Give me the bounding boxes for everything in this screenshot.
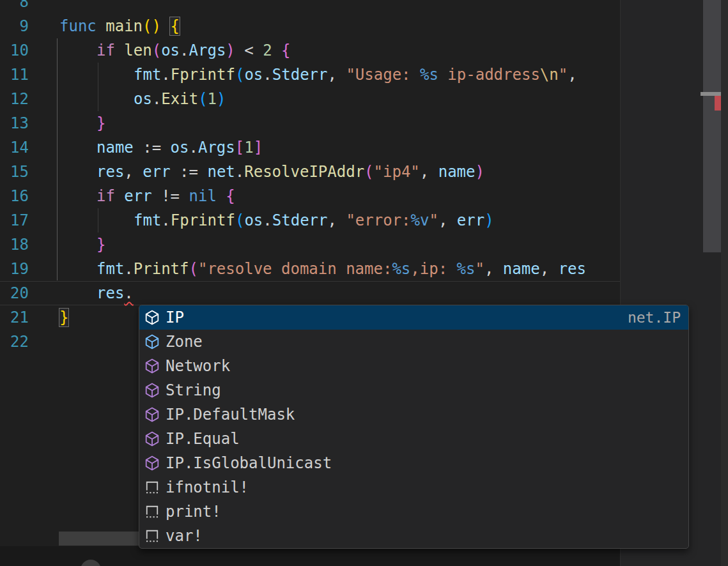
suggestion-label: IP.IsGlobalUnicast bbox=[166, 454, 332, 472]
code-text: if err != nil { bbox=[29, 184, 235, 208]
code-text: os.Exit(1) bbox=[29, 87, 226, 111]
code-text: res. bbox=[29, 281, 134, 305]
line-number: 12 bbox=[0, 87, 29, 111]
code-text: fmt.Fprintf(os.Stderr, "Usage: %s ip-add… bbox=[29, 63, 577, 87]
suggestion-label: var! bbox=[166, 527, 203, 545]
suggestion-item[interactable]: ifnotnil! bbox=[139, 475, 688, 500]
suggestion-item[interactable]: IPnet.IP bbox=[139, 305, 688, 330]
suggestion-item[interactable]: print! bbox=[139, 500, 688, 524]
code-line[interactable]: 10if len(os.Args) < 2 { bbox=[0, 38, 620, 63]
line-number: 9 bbox=[0, 14, 29, 38]
code-text bbox=[29, 0, 59, 14]
code-text: } bbox=[29, 111, 105, 135]
code-text: if len(os.Args) < 2 { bbox=[29, 38, 291, 63]
line-number: 22 bbox=[0, 330, 29, 354]
line-number: 8 bbox=[0, 0, 29, 14]
suggestion-label: String bbox=[166, 381, 221, 399]
suggestion-item[interactable]: String bbox=[139, 378, 688, 402]
symbol-method-icon bbox=[144, 407, 160, 422]
code-text bbox=[29, 330, 59, 354]
code-line[interactable]: 9func main() { bbox=[0, 14, 620, 38]
horizontal-scrollbar-thumb[interactable] bbox=[59, 532, 139, 546]
line-number: 16 bbox=[0, 184, 29, 208]
line-number: 11 bbox=[0, 63, 29, 87]
line-number: 20 bbox=[0, 281, 29, 305]
bottom-panel-strip bbox=[0, 546, 728, 566]
suggestion-label: IP.DefaultMask bbox=[166, 406, 295, 424]
indent-guide bbox=[98, 208, 98, 233]
line-number: 19 bbox=[0, 257, 29, 281]
overview-ruler bbox=[721, 0, 728, 566]
symbol-method-icon bbox=[144, 383, 160, 398]
code-line[interactable]: 20res. bbox=[0, 281, 620, 305]
symbol-method-icon bbox=[144, 358, 160, 374]
code-line[interactable]: 13} bbox=[0, 111, 620, 135]
code-line[interactable]: 16if err != nil { bbox=[0, 184, 620, 208]
line-number: 21 bbox=[0, 305, 29, 330]
suggestion-item[interactable]: IP.Equal bbox=[139, 427, 688, 451]
code-lines: 89func main() {10if len(os.Args) < 2 {11… bbox=[0, 0, 620, 354]
suggestion-item[interactable]: Network bbox=[139, 354, 688, 378]
symbol-field-icon bbox=[144, 334, 160, 349]
code-line[interactable]: 18} bbox=[0, 233, 620, 257]
suggestion-label: Network bbox=[166, 357, 230, 375]
suggestion-label: ifnotnil! bbox=[166, 478, 249, 496]
code-line[interactable]: 17fmt.Fprintf(os.Stderr, "error:%v", err… bbox=[0, 208, 620, 233]
symbol-snippet-icon bbox=[144, 504, 160, 519]
symbol-method-icon bbox=[144, 431, 160, 447]
line-number: 15 bbox=[0, 160, 29, 184]
line-number: 18 bbox=[0, 233, 29, 257]
symbol-method-icon bbox=[144, 455, 160, 471]
symbol-snippet-icon bbox=[144, 528, 160, 544]
line-number: 14 bbox=[0, 135, 29, 160]
vscode-editor-window: 89func main() {10if len(os.Args) < 2 {11… bbox=[0, 0, 728, 566]
code-line[interactable]: 19fmt.Printf("resolve domain name:%s,ip:… bbox=[0, 257, 620, 281]
suggestion-label: IP.Equal bbox=[166, 430, 240, 448]
code-line[interactable]: 14name := os.Args[1] bbox=[0, 135, 620, 160]
suggestion-item[interactable]: var! bbox=[139, 524, 688, 548]
suggestion-label: IP bbox=[166, 309, 184, 326]
indent-guide-active bbox=[57, 38, 58, 280]
line-number: 17 bbox=[0, 208, 29, 233]
code-text: } bbox=[29, 233, 105, 257]
code-text: res, err := net.ResolveIPAddr("ip4", nam… bbox=[29, 160, 484, 184]
suggestion-item[interactable]: Zone bbox=[139, 330, 688, 354]
suggestion-item[interactable]: IP.DefaultMask bbox=[139, 402, 688, 427]
suggestion-detail: net.IP bbox=[628, 309, 681, 326]
code-line[interactable]: 11fmt.Fprintf(os.Stderr, "Usage: %s ip-a… bbox=[0, 63, 620, 87]
autocomplete-dropdown: IPnet.IPZoneNetworkStringIP.DefaultMaskI… bbox=[139, 305, 689, 549]
symbol-field-icon bbox=[144, 310, 160, 325]
suggestion-item[interactable]: IP.IsGlobalUnicast bbox=[139, 451, 688, 475]
line-number: 10 bbox=[0, 38, 29, 63]
code-line[interactable]: 15res, err := net.ResolveIPAddr("ip4", n… bbox=[0, 160, 620, 184]
vertical-scrollbar-thumb[interactable] bbox=[703, 0, 721, 252]
code-text: fmt.Fprintf(os.Stderr, "error:%v", err) bbox=[29, 208, 494, 233]
line-number: 13 bbox=[0, 111, 29, 135]
code-line[interactable]: 8 bbox=[0, 0, 620, 14]
symbol-snippet-icon bbox=[144, 480, 160, 495]
code-text: func main() { bbox=[29, 14, 180, 38]
overview-error-marker bbox=[715, 96, 721, 111]
suggestion-label: print! bbox=[166, 503, 221, 521]
indent-guide bbox=[98, 63, 98, 111]
suggestion-label: Zone bbox=[166, 333, 203, 351]
code-line[interactable]: 12os.Exit(1) bbox=[0, 87, 620, 111]
code-text: } bbox=[29, 305, 68, 330]
code-text: fmt.Printf("resolve domain name:%s,ip: %… bbox=[29, 257, 586, 281]
code-text: name := os.Args[1] bbox=[29, 135, 263, 160]
